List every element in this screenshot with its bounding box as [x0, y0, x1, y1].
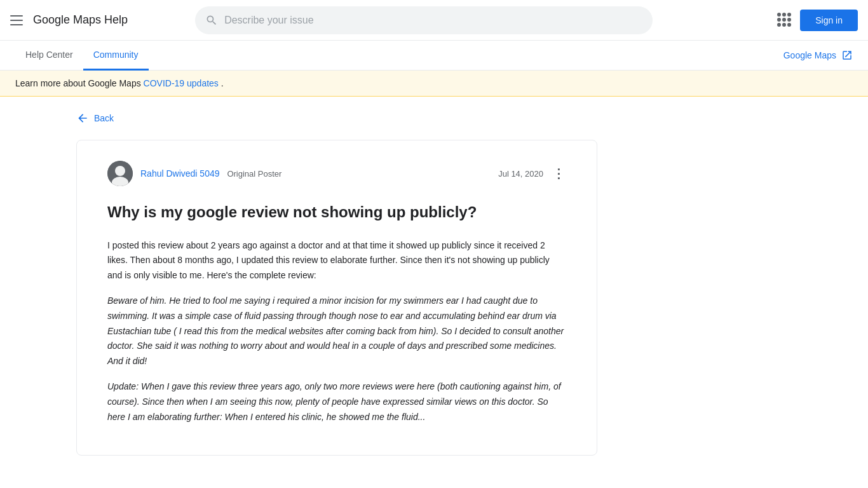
search-bar	[195, 6, 653, 34]
site-header: Google Maps Help Sign in	[0, 0, 868, 41]
google-maps-link-label: Google Maps	[783, 50, 836, 60]
site-title: Google Maps Help	[33, 13, 128, 27]
covid-updates-link[interactable]: COVID-19 updates	[144, 78, 219, 88]
nav-tabs-left: Help Center Community	[15, 41, 149, 70]
google-maps-external-link[interactable]: Google Maps	[783, 50, 853, 61]
post-body: I posted this review about 2 years ago a…	[107, 238, 566, 425]
post-title: Why is my google review not showing up p…	[107, 201, 566, 223]
post-body-para2: Beware of him. He tried to fool me sayin…	[107, 294, 566, 369]
covid-banner: Learn more about Google Maps COVID-19 up…	[0, 71, 868, 97]
post-body-para3: Update: When I gave this review three ye…	[107, 379, 566, 424]
post-card: Rahul Dwivedi 5049 Original Poster Jul 1…	[76, 140, 597, 456]
avatar	[107, 161, 133, 186]
banner-text-before: Learn more about Google Maps	[15, 78, 141, 88]
more-options-button[interactable]: ⋮	[551, 166, 566, 181]
search-bar-inner	[195, 6, 653, 34]
post-body-para1: I posted this review about 2 years ago a…	[107, 238, 566, 283]
back-link[interactable]: Back	[76, 112, 114, 125]
post-header: Rahul Dwivedi 5049 Original Poster Jul 1…	[107, 161, 566, 186]
back-label: Back	[94, 113, 114, 123]
apps-grid-icon[interactable]	[777, 13, 792, 28]
header-right: Sign in	[777, 10, 858, 31]
author-badge: Original Poster	[227, 169, 281, 179]
search-input[interactable]	[224, 15, 642, 26]
nav-tabs: Help Center Community Google Maps	[0, 41, 868, 71]
svg-point-1	[115, 166, 125, 176]
author-details: Rahul Dwivedi 5049 Original Poster	[140, 168, 281, 179]
search-icon	[205, 14, 218, 27]
back-arrow-icon	[76, 112, 89, 125]
avatar-icon	[107, 161, 133, 186]
post-meta-right: Jul 14, 2020 ⋮	[498, 166, 566, 181]
header-left: Google Maps Help	[10, 13, 128, 28]
banner-text-after: .	[221, 78, 224, 88]
post-date: Jul 14, 2020	[498, 169, 543, 179]
author-name[interactable]: Rahul Dwivedi 5049	[140, 168, 220, 179]
main-content: Back Rahul Dwivedi 5049 Original Poster	[0, 97, 868, 471]
external-link-icon	[841, 50, 853, 61]
post-author-info: Rahul Dwivedi 5049 Original Poster	[107, 161, 281, 186]
tab-help-center[interactable]: Help Center	[15, 41, 83, 71]
sign-in-button[interactable]: Sign in	[800, 10, 858, 31]
tab-community[interactable]: Community	[83, 41, 149, 71]
hamburger-menu-icon[interactable]	[10, 13, 25, 28]
